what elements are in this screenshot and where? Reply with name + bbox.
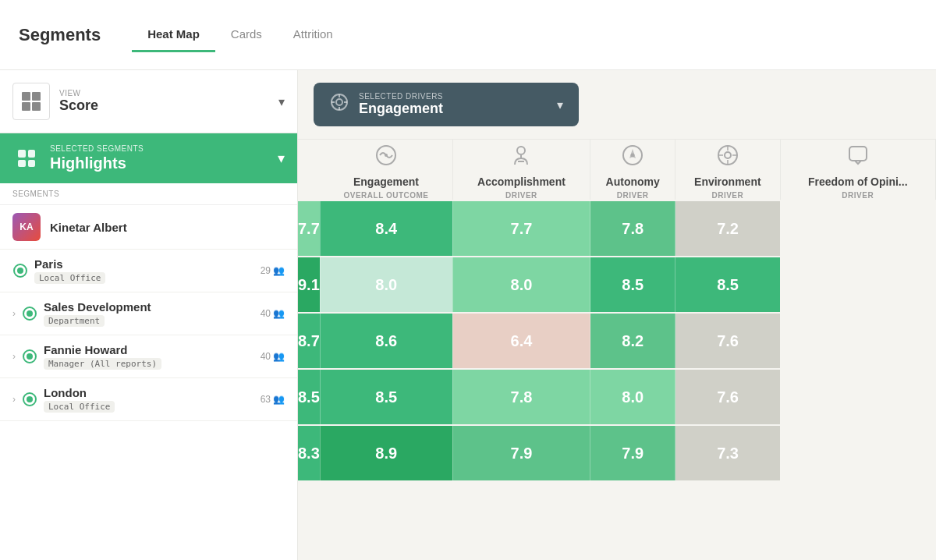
col-name-environment: Environment	[675, 175, 779, 188]
score-cell-paris-1: 8.0	[320, 257, 452, 313]
col-header-engagement: Engagement OVERALL OUTCOME	[320, 140, 452, 200]
heatmap-row-sales-development: 8.78.66.48.27.6	[298, 313, 936, 369]
segment-row-kinetar-albert[interactable]: KA Kinetar Albert	[0, 205, 297, 250]
segment-tag-london: Local Office	[44, 401, 115, 413]
svg-point-13	[631, 154, 635, 158]
col-type-engagement: OVERALL OUTCOME	[320, 191, 452, 200]
col-header-freedom: Freedom of Opini... DRIVER	[780, 140, 936, 200]
segment-count-paris: 29 👥	[261, 265, 285, 276]
view-icon	[12, 83, 50, 120]
col-name-accomplishment: Accomplishment	[453, 175, 590, 188]
segment-indicator	[12, 263, 28, 278]
col-name-engagement: Engagement	[320, 175, 452, 188]
col-header-accomplishment: Accomplishment DRIVER	[452, 140, 590, 200]
segment-content-london: London Local Office	[44, 386, 254, 413]
segment-name-fannie: Fannie Howard	[44, 343, 254, 356]
segment-indicator-london	[22, 392, 37, 407]
col-type-accomplishment: DRIVER	[453, 191, 590, 200]
segment-tag-sales: Department	[44, 315, 105, 327]
score-cell-paris-0: 9.1	[298, 257, 320, 313]
driver-icon	[329, 92, 349, 117]
view-chevron-icon: ▾	[278, 94, 285, 109]
score-cell-sales-development-2: 6.4	[452, 313, 590, 369]
people-icon-sales: 👥	[273, 308, 285, 319]
score-cell-london-4: 7.3	[675, 425, 780, 481]
sidebar: VIEW Score ▾ SELECTED SEGMENTS Highlight…	[0, 70, 298, 560]
heatmap-row-paris: 9.18.08.08.58.5	[298, 257, 936, 313]
tab-cards[interactable]: Cards	[215, 18, 278, 52]
segment-tag-paris: Local Office	[34, 272, 105, 284]
segment-count-london: 63 👥	[261, 394, 285, 405]
driver-text: SELECTED DRIVERS Engagement	[359, 92, 548, 117]
segment-name-london: London	[44, 386, 254, 399]
score-cell-sales-development-1: 8.6	[320, 313, 452, 369]
autonomy-icon	[590, 140, 675, 171]
segment-indicator-sales	[22, 306, 37, 321]
tab-attrition[interactable]: Attrition	[278, 18, 349, 52]
score-cell-kinetar-albert-3: 7.8	[590, 200, 675, 257]
environment-icon	[675, 140, 779, 171]
col-type-environment: DRIVER	[675, 191, 779, 200]
col-name-freedom: Freedom of Opini...	[781, 175, 936, 188]
svg-rect-20	[849, 147, 867, 161]
score-cell-sales-development-3: 8.2	[590, 313, 675, 369]
avatar-kinetar-albert: KA	[12, 213, 41, 241]
selected-segments-selector[interactable]: SELECTED SEGMENTS Highlights ▾	[0, 133, 297, 183]
freedom-icon	[781, 140, 936, 171]
heatmap-row-london: 8.38.97.97.97.3	[298, 425, 936, 481]
score-cell-london-0: 8.3	[298, 425, 320, 481]
segment-row-london[interactable]: › London Local Office 63 👥	[0, 378, 297, 421]
segment-content-paris: Paris Local Office	[34, 257, 254, 284]
segment-row-sales-development[interactable]: › Sales Development Department 40 👥	[0, 292, 297, 335]
segments-chevron-icon: ▾	[278, 150, 285, 167]
view-label: VIEW	[59, 89, 269, 97]
score-cell-kinetar-albert-1: 8.4	[320, 200, 452, 257]
heatmap-table: Engagement OVERALL OUTCOME	[298, 140, 936, 482]
svg-point-8	[517, 147, 525, 154]
score-cell-paris-2: 8.0	[452, 257, 590, 313]
segment-row-fannie-howard[interactable]: › Fannie Howard Manager (All reports) 40…	[0, 335, 297, 378]
driver-selector-area: SELECTED DRIVERS Engagement ▾	[298, 70, 936, 140]
score-cell-fannie-howard-4: 7.6	[675, 369, 780, 425]
segment-tag-fannie: Manager (All reports)	[44, 358, 161, 370]
view-value: Score	[59, 97, 269, 114]
segments-column-header: SEGMENTS	[0, 183, 297, 205]
driver-selector-button[interactable]: SELECTED DRIVERS Engagement ▾	[314, 83, 579, 126]
col-type-autonomy: DRIVER	[590, 191, 675, 200]
segments-label: SELECTED SEGMENTS	[50, 144, 278, 153]
score-cell-kinetar-albert-0: 7.7	[298, 200, 320, 257]
segments-value: Highlights	[50, 154, 278, 172]
accomplishment-icon	[453, 140, 590, 171]
column-header-row: Engagement OVERALL OUTCOME	[298, 140, 936, 200]
score-cell-fannie-howard-3: 8.0	[590, 369, 675, 425]
segment-row-paris[interactable]: Paris Local Office 29 👥	[0, 250, 297, 292]
main-tabs: Heat Map Cards Attrition	[132, 18, 349, 52]
tab-heatmap[interactable]: Heat Map	[132, 18, 215, 52]
engagement-icon	[320, 140, 452, 171]
score-cell-sales-development-0: 8.7	[298, 313, 320, 369]
driver-label: SELECTED DRIVERS	[359, 92, 548, 101]
score-cell-paris-3: 8.5	[590, 257, 675, 313]
segment-name-sales: Sales Development	[44, 300, 254, 314]
score-cell-fannie-howard-0: 8.5	[298, 369, 320, 425]
driver-value: Engagement	[359, 101, 548, 117]
expand-arrow-fannie: ›	[12, 351, 16, 362]
view-text: VIEW Score	[59, 89, 269, 114]
heatmap-row-fannie-howard: 8.58.57.88.07.6	[298, 369, 936, 425]
col-header-autonomy: Autonomy DRIVER	[590, 140, 675, 200]
score-cell-london-3: 7.9	[590, 425, 675, 481]
segment-name-paris: Paris	[34, 257, 254, 271]
segment-content: Kinetar Albert	[50, 221, 285, 234]
expand-arrow-sales: ›	[12, 308, 16, 319]
svg-point-15	[725, 152, 731, 158]
score-cell-fannie-howard-2: 7.8	[452, 369, 590, 425]
people-icon: 👥	[273, 265, 285, 276]
segments-grid-icon	[12, 144, 41, 172]
segment-rows-container: KA Kinetar Albert Paris Local Office	[0, 205, 297, 560]
heatmap-table-container: Engagement OVERALL OUTCOME	[298, 140, 936, 560]
svg-point-1	[336, 99, 342, 105]
score-cell-fannie-howard-1: 8.5	[320, 369, 452, 425]
heatmap-area: SELECTED DRIVERS Engagement ▾	[298, 70, 936, 560]
segment-content-sales: Sales Development Department	[44, 300, 254, 327]
view-selector[interactable]: VIEW Score ▾	[0, 70, 297, 133]
